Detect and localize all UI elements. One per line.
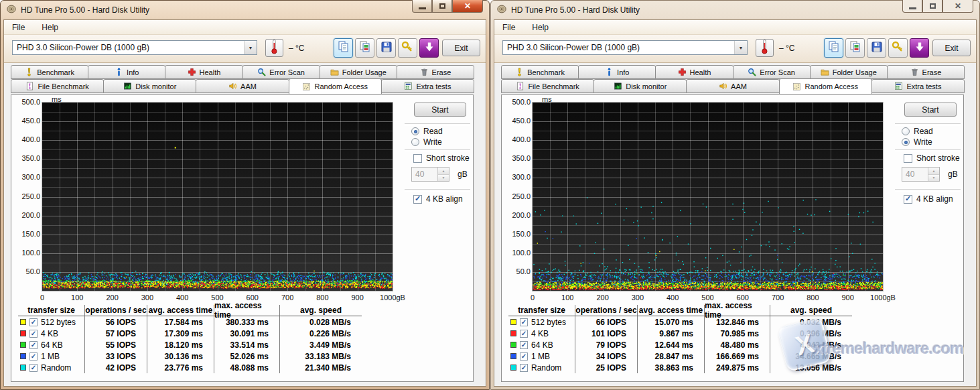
table-row-transfer-size: 64 KB — [508, 339, 575, 350]
copy-image-button[interactable] — [845, 38, 865, 58]
options-button[interactable] — [398, 38, 417, 58]
spinner-arrows[interactable]: ▲▼ — [437, 168, 449, 181]
align-row[interactable]: 4 KB align — [413, 194, 463, 204]
write-radio-row[interactable]: Write — [411, 137, 442, 147]
exit-button[interactable]: Exit — [932, 40, 971, 56]
series-color-swatch — [20, 342, 26, 348]
tab-health[interactable]: Health — [655, 65, 733, 79]
copy-text-button[interactable] — [824, 38, 843, 58]
table-row-transfer-size: 512 bytes — [508, 316, 575, 328]
tab-aam[interactable]: AAM — [196, 79, 289, 93]
series-checkbox[interactable] — [520, 318, 528, 326]
update-button[interactable] — [910, 38, 929, 58]
tab-error-scan[interactable]: Error Scan — [733, 65, 811, 79]
tab-erase[interactable]: Erase — [397, 65, 474, 79]
tab-random-access[interactable]: Random Access — [289, 78, 382, 94]
save-button[interactable] — [867, 38, 886, 58]
drive-selector[interactable]: PHD 3.0 Silicon-Power DB (1000 gB) ▼ — [12, 40, 257, 55]
start-button[interactable]: Start — [904, 103, 957, 117]
tab-file-benchmark[interactable]: File Benchmark — [11, 79, 104, 93]
tab-aam[interactable]: AAM — [686, 79, 779, 93]
menu-file[interactable]: File — [10, 21, 27, 34]
tab-info[interactable]: Info — [578, 65, 656, 79]
tab-extra-tests[interactable]: Extra tests — [871, 79, 965, 93]
copy-image-button[interactable] — [355, 38, 374, 58]
align-checkbox[interactable] — [904, 195, 912, 204]
tab-benchmark[interactable]: Benchmark — [11, 65, 88, 79]
close-button[interactable]: ✕ — [452, 0, 483, 13]
align-checkbox[interactable] — [413, 195, 422, 204]
spinner-down-icon[interactable]: ▼ — [438, 175, 449, 182]
minimize-button[interactable] — [902, 0, 922, 13]
series-checkbox[interactable] — [29, 341, 38, 349]
tab-benchmark[interactable]: Benchmark — [501, 65, 579, 79]
tab-error-scan[interactable]: Error Scan — [242, 65, 320, 79]
spinner-up-icon[interactable]: ▲ — [438, 168, 449, 175]
spinner-arrows[interactable]: ▲▼ — [928, 168, 939, 181]
write-radio-row[interactable]: Write — [902, 137, 932, 147]
short-stroke-row[interactable]: Short stroke — [904, 153, 960, 163]
align-row[interactable]: 4 KB align — [904, 194, 953, 204]
series-label: Random — [531, 363, 561, 373]
spinner-down-icon[interactable]: ▼ — [928, 175, 939, 182]
options-button[interactable] — [888, 38, 908, 58]
chevron-down-icon[interactable]: ▼ — [734, 41, 747, 54]
tab-erase[interactable]: Erase — [887, 65, 965, 79]
x-tick-label: 100 — [57, 294, 97, 302]
menu-help[interactable]: Help — [530, 21, 551, 34]
series-checkbox[interactable] — [29, 352, 38, 361]
y-tick-label: 450.0 — [13, 117, 40, 125]
series-checkbox[interactable] — [520, 341, 528, 349]
menu-file[interactable]: File — [500, 21, 517, 34]
capacity-spinner[interactable]: 40 ▲▼ — [411, 167, 449, 182]
tab-folder-usage[interactable]: Folder Usage — [810, 65, 888, 79]
maximize-button[interactable] — [922, 0, 942, 13]
chevron-down-icon[interactable]: ▼ — [244, 41, 257, 54]
exit-button[interactable]: Exit — [442, 40, 480, 56]
series-checkbox[interactable] — [520, 330, 528, 338]
series-checkbox[interactable] — [520, 364, 528, 372]
series-checkbox[interactable] — [29, 318, 38, 326]
short-stroke-checkbox[interactable] — [904, 154, 912, 163]
tab-file-benchmark[interactable]: File Benchmark — [501, 79, 594, 93]
temperature-button[interactable] — [756, 39, 774, 57]
title-bar[interactable]: HD Tune Pro 5.00 - Hard Disk Utility ✕ — [491, 1, 979, 19]
save-button[interactable] — [376, 38, 396, 58]
tab-folder-usage[interactable]: Folder Usage — [320, 65, 397, 79]
menu-help[interactable]: Help — [40, 21, 60, 34]
update-button[interactable] — [419, 38, 439, 58]
minimize-button[interactable] — [412, 0, 432, 13]
tab-disk-monitor[interactable]: Disk monitor — [103, 79, 196, 93]
temperature-button[interactable] — [265, 39, 283, 57]
short-stroke-row[interactable]: Short stroke — [413, 153, 470, 163]
write-radio[interactable] — [411, 138, 419, 146]
tab-extra-tests[interactable]: Extra tests — [381, 79, 474, 93]
short-stroke-checkbox[interactable] — [413, 154, 422, 163]
x-tick-label: 300 — [127, 294, 167, 302]
copy-text-button[interactable] — [334, 38, 353, 58]
drive-selector[interactable]: PHD 3.0 Silicon-Power DB (1000 gB) ▼ — [502, 40, 748, 55]
close-button[interactable]: ✕ — [942, 0, 973, 13]
tab-random-access[interactable]: Random Access — [779, 78, 872, 94]
write-radio[interactable] — [902, 138, 910, 146]
maximize-button[interactable] — [432, 0, 452, 13]
start-button[interactable]: Start — [414, 103, 466, 117]
series-checkbox[interactable] — [29, 364, 38, 372]
y-tick-label: 100.0 — [504, 249, 531, 257]
tab-health[interactable]: Health — [165, 65, 242, 79]
series-checkbox[interactable] — [520, 352, 528, 361]
series-checkbox[interactable] — [29, 330, 38, 338]
minimize-icon — [909, 7, 916, 9]
separator — [895, 123, 961, 126]
spinner-up-icon[interactable]: ▲ — [928, 168, 939, 175]
download-arrow-icon — [914, 41, 926, 56]
title-bar[interactable]: HD Tune Pro 5.00 - Hard Disk Utility ✕ — [1, 1, 489, 19]
tab-disk-monitor[interactable]: Disk monitor — [593, 79, 687, 93]
table-cell-max: 166.669 ms — [705, 350, 770, 362]
read-radio[interactable] — [902, 127, 910, 135]
read-radio[interactable] — [411, 127, 419, 135]
tab-info[interactable]: Info — [88, 65, 165, 79]
read-radio-row[interactable]: Read — [411, 127, 443, 136]
capacity-spinner[interactable]: 40 ▲▼ — [902, 167, 940, 182]
read-radio-row[interactable]: Read — [902, 127, 933, 136]
